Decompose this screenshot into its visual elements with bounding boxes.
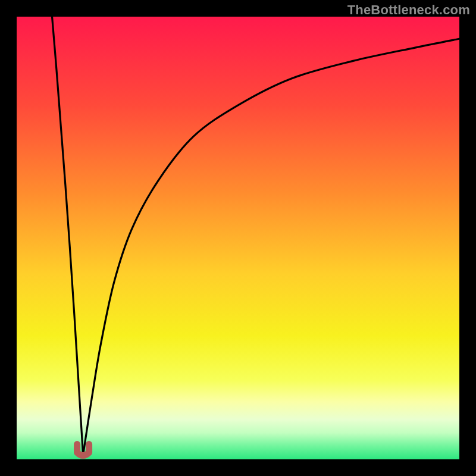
bottleneck-curve — [17, 17, 459, 459]
watermark-text: TheBottleneck.com — [347, 2, 470, 18]
chart-frame: TheBottleneck.com — [0, 0, 476, 476]
plot-area — [17, 17, 459, 459]
